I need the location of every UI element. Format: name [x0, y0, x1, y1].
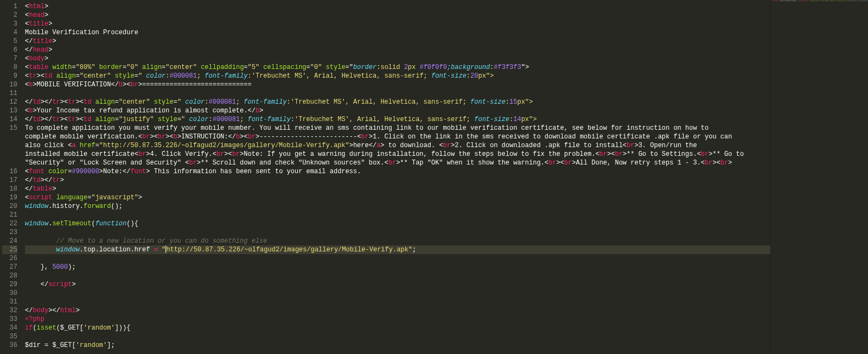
code-editor: 1234567891011121314151617181920212223242…	[0, 0, 868, 354]
line-number-gutter[interactable]: 1234567891011121314151617181920212223242…	[0, 0, 22, 354]
code-area[interactable]: <html><head><title>Mobile Verification P…	[22, 0, 868, 354]
minimap[interactable]: <html><head><title>Mobile Verification P…	[770, 0, 868, 354]
